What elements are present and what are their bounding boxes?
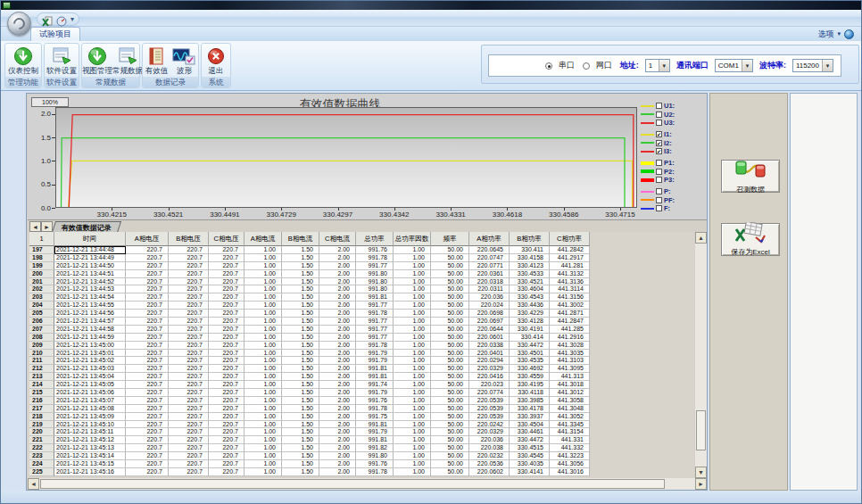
- table-cell[interactable]: 2021-12-21 13:45:13: [54, 444, 126, 452]
- table-cell[interactable]: 220.7: [126, 405, 169, 413]
- table-cell[interactable]: 2.00: [319, 334, 356, 342]
- serial-radio[interactable]: [545, 62, 552, 70]
- vertical-scroll-thumb[interactable]: [696, 410, 706, 450]
- table-cell[interactable]: 1.00: [245, 421, 282, 429]
- meter-quick-icon[interactable]: [56, 14, 67, 25]
- table-cell[interactable]: 2.00: [319, 405, 356, 413]
- table-cell[interactable]: 2.00: [319, 262, 356, 270]
- table-cell[interactable]: 220.7: [169, 318, 209, 326]
- table-cell[interactable]: 2.00: [319, 342, 356, 350]
- table-cell[interactable]: 220.7: [169, 326, 209, 334]
- table-cell[interactable]: 330.4461: [510, 428, 550, 436]
- table-cell[interactable]: 1.00: [394, 342, 431, 350]
- table-cell[interactable]: 330.4229: [510, 310, 550, 318]
- table-cell[interactable]: 1.50: [282, 293, 319, 302]
- table-cell[interactable]: 1.00: [394, 389, 431, 397]
- table-cell[interactable]: 1.50: [282, 342, 319, 350]
- table-cell[interactable]: 2021-12-21 13:45:01: [54, 350, 126, 358]
- table-cell[interactable]: 220.7: [169, 293, 209, 302]
- table-cell[interactable]: 2021-12-21 13:44:52: [54, 278, 126, 286]
- table-cell[interactable]: 1.00: [245, 397, 282, 405]
- row-number-cell[interactable]: 225: [29, 468, 54, 476]
- table-cell[interactable]: 441.3154: [550, 428, 590, 436]
- table-cell[interactable]: 2.00: [319, 246, 356, 254]
- table-cell[interactable]: 330.414: [510, 334, 550, 342]
- table-cell[interactable]: 50.00: [431, 318, 469, 326]
- table-cell[interactable]: 220.7: [126, 342, 169, 350]
- table-cell[interactable]: 1.00: [394, 452, 431, 460]
- table-cell[interactable]: 2.00: [319, 389, 356, 397]
- row-number-cell[interactable]: 199: [29, 262, 54, 270]
- tab-scroll-right-button[interactable]: ►: [41, 221, 53, 232]
- table-cell[interactable]: 220.7: [169, 302, 209, 310]
- row-number-cell[interactable]: 211: [29, 357, 54, 365]
- network-radio[interactable]: [583, 62, 590, 70]
- table-cell[interactable]: 220.0318: [469, 278, 510, 286]
- table-cell[interactable]: 441.2847: [550, 318, 590, 326]
- table-cell[interactable]: 1.00: [245, 373, 282, 381]
- table-cell[interactable]: 1.00: [394, 310, 431, 318]
- legend-checkbox-P1[interactable]: [656, 160, 662, 166]
- table-cell[interactable]: 220.7: [209, 262, 245, 270]
- table-cell[interactable]: 220.7: [126, 444, 169, 452]
- table-cell[interactable]: 330.4533: [510, 270, 550, 278]
- table-cell[interactable]: 220.7: [209, 334, 245, 342]
- legend-checkbox-I2[interactable]: ✔: [656, 140, 662, 146]
- table-cell[interactable]: 220.7: [126, 334, 169, 342]
- table-cell[interactable]: 330.4436: [510, 302, 550, 310]
- table-cell[interactable]: 441.3016: [550, 468, 590, 476]
- table-row[interactable]: 2012021-12-21 13:44:52220.7220.7220.71.0…: [29, 278, 590, 286]
- table-cell[interactable]: 991.74: [356, 381, 394, 389]
- table-cell[interactable]: 220.7: [209, 421, 245, 429]
- table-cell[interactable]: 1.50: [282, 468, 319, 476]
- table-cell[interactable]: 220.7: [209, 389, 245, 397]
- table-cell[interactable]: 220.7: [126, 452, 169, 460]
- column-header-A相电流[interactable]: A相电流: [245, 232, 282, 246]
- table-cell[interactable]: 220.7: [169, 397, 209, 405]
- table-cell[interactable]: 330.411: [510, 246, 550, 254]
- table-cell[interactable]: 1.50: [282, 373, 319, 381]
- table-cell[interactable]: 220.7: [126, 381, 169, 389]
- table-cell[interactable]: 220.7: [169, 460, 209, 468]
- table-row[interactable]: 2112021-12-21 13:45:02220.7220.7220.71.0…: [29, 357, 590, 365]
- horizontal-scrollbar[interactable]: ◄ ►: [28, 478, 707, 490]
- table-cell[interactable]: 220.7: [169, 436, 209, 444]
- table-cell[interactable]: 2.00: [319, 357, 356, 365]
- table-cell[interactable]: 1.00: [245, 350, 282, 358]
- table-cell[interactable]: 330.4191: [510, 326, 550, 334]
- table-cell[interactable]: 2021-12-21 13:45:15: [54, 460, 126, 468]
- table-cell[interactable]: 1.00: [245, 334, 282, 342]
- table-cell[interactable]: 441.281: [550, 262, 590, 270]
- row-number-cell[interactable]: 212: [29, 365, 54, 373]
- table-row[interactable]: 2082021-12-21 13:44:59220.7220.7220.71.0…: [29, 334, 590, 342]
- ribbon-button-有效值[interactable]: 有效值: [145, 44, 169, 77]
- table-cell[interactable]: 2021-12-21 13:44:55: [54, 302, 126, 310]
- table-cell[interactable]: 50.00: [431, 413, 469, 421]
- table-cell[interactable]: 50.00: [431, 278, 469, 286]
- table-cell[interactable]: 220.7: [126, 293, 169, 302]
- table-cell[interactable]: 2021-12-21 13:44:49: [54, 254, 126, 262]
- legend-checkbox-U3[interactable]: [656, 120, 662, 126]
- row-number-cell[interactable]: 200: [29, 270, 54, 278]
- table-cell[interactable]: 220.7: [209, 373, 245, 381]
- column-header-A相功率[interactable]: A相功率: [469, 232, 510, 246]
- table-cell[interactable]: 220.7: [209, 413, 245, 421]
- table-cell[interactable]: 2.00: [319, 254, 356, 262]
- table-row[interactable]: 1972021-12-21 13:44:48220.7220.7220.71.0…: [29, 246, 590, 254]
- qat-dropdown-icon[interactable]: ▾: [70, 15, 74, 23]
- table-cell[interactable]: 330.4504: [510, 421, 550, 429]
- table-cell[interactable]: 2.00: [319, 278, 356, 286]
- table-cell[interactable]: 50.00: [431, 405, 469, 413]
- row-number-cell[interactable]: 204: [29, 302, 54, 310]
- table-cell[interactable]: 991.79: [356, 357, 394, 365]
- table-row[interactable]: 1982021-12-21 13:44:49220.7220.7220.71.0…: [29, 254, 590, 262]
- table-cell[interactable]: 220.7: [209, 397, 245, 405]
- table-cell[interactable]: 1.00: [394, 468, 431, 476]
- table-cell[interactable]: 991.76: [356, 397, 394, 405]
- table-cell[interactable]: 991.77: [356, 318, 394, 326]
- table-cell[interactable]: 220.7: [169, 381, 209, 389]
- table-cell[interactable]: 1.00: [245, 436, 282, 444]
- table-cell[interactable]: 1.00: [245, 246, 282, 254]
- row-number-cell[interactable]: 214: [29, 381, 54, 389]
- table-cell[interactable]: 441.3028: [550, 342, 590, 350]
